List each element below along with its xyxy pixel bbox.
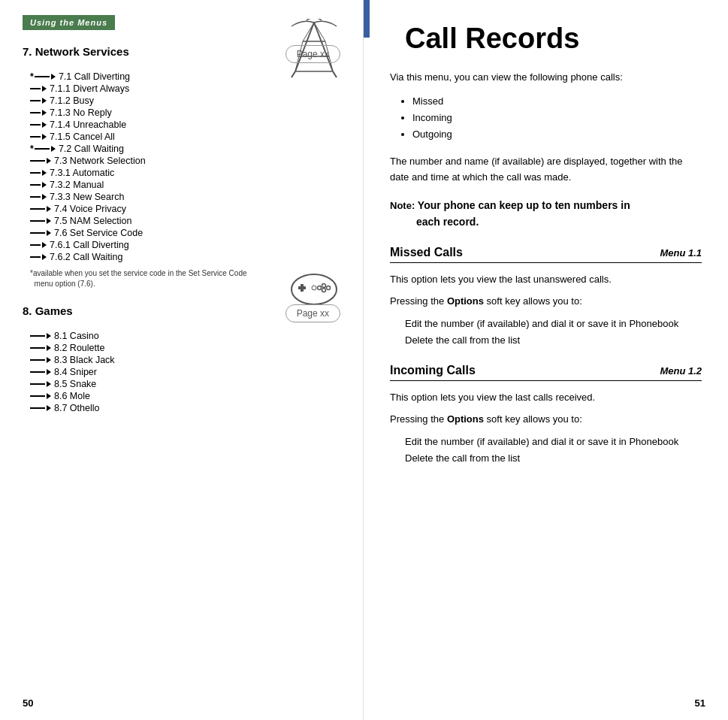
section8: 8. Games Page xx 8.1 Casino [23, 304, 340, 415]
call-type-outgoing: Outgoing [412, 126, 702, 143]
menu-label: 8.6 Mole [54, 391, 90, 401]
menu-label: 7.3.2 Manual [50, 180, 104, 190]
hline [30, 124, 41, 126]
section7-page-badge: Page xx [285, 45, 340, 63]
hline [30, 407, 45, 409]
hline [30, 359, 45, 361]
arrow [47, 333, 51, 339]
hline [35, 76, 50, 77]
missed-calls-text1: This option lets you view the last unans… [390, 272, 702, 288]
menu-label: 7.1.1 Divert Always [50, 83, 129, 94]
call-types-list: Missed Incoming Outgoing [412, 93, 702, 143]
menu-label: 7.6.2 Call Waiting [50, 252, 123, 262]
menu-label-7-5: 7.5 NAM Selection [54, 216, 132, 226]
missed-calls-sub-list: Edit the number (if available) and dial … [405, 316, 702, 349]
incoming-calls-sub-list: Edit the number (if available) and dial … [405, 434, 702, 467]
section7-menu: * 7.1 Call Diverting 7.1.1 Divert Always… [30, 71, 340, 262]
menu-label-7-6: 7.6 Set Service Code [54, 228, 143, 238]
arrow [47, 369, 51, 375]
menu-item-8-7: 8.7 Othello [30, 403, 340, 413]
svg-point-20 [312, 286, 316, 290]
menu-item-8-1: 8.1 Casino [30, 331, 340, 341]
menu-label-7-2: 7.2 Call Waiting [59, 144, 124, 154]
call-type-missed: Missed [412, 93, 702, 110]
arrow [42, 194, 47, 200]
svg-rect-15 [301, 284, 304, 292]
hline [30, 383, 45, 385]
arrow [42, 254, 47, 260]
menu-item-7-6: 7.6 Set Service Code [30, 228, 340, 238]
star-7-1: * [30, 71, 34, 82]
menu-item-7-1-3: 7.1.3 No Reply [30, 107, 340, 118]
hline [30, 220, 45, 222]
arrow [47, 218, 51, 224]
arrow [42, 242, 47, 248]
incoming-calls-text1: This option lets you view the last calls… [390, 390, 702, 406]
options-bold-missed: Options [447, 295, 484, 307]
svg-point-19 [318, 286, 322, 290]
menu-item-7-6-1: 7.6.1 Call Diverting [30, 240, 340, 250]
menu-label: 7.1.4 Unreachable [50, 119, 126, 130]
svg-point-16 [322, 284, 326, 288]
hline [30, 196, 41, 198]
arrow [42, 170, 47, 176]
note-block: Note: Your phone can keep up to ten numb… [390, 197, 702, 231]
list-item: Delete the call from the list [405, 450, 702, 467]
arrow [51, 146, 56, 152]
menu-label: 7.3.1 Automatic [50, 168, 114, 178]
hline [30, 347, 45, 349]
menu-item-7-1-1: 7.1.1 Divert Always [30, 83, 340, 94]
page-title: Call Records [390, 23, 702, 55]
hline [30, 88, 41, 89]
section8-page-badge: Page xx [285, 304, 340, 322]
menu-label-7-1: 7.1 Call Diverting [59, 71, 130, 82]
hline [30, 160, 45, 162]
hline [30, 395, 45, 397]
incoming-calls-menu: Menu 1.2 [660, 365, 702, 377]
menu-label: 7.1.5 Cancel All [50, 132, 115, 142]
arrow [42, 122, 47, 128]
menu-item-7-3-3: 7.3.3 New Search [30, 192, 340, 202]
menu-item-8-3: 8.3 Black Jack [30, 355, 340, 365]
star-7-2: * [30, 144, 34, 154]
menu-label: 8.4 Sniper [54, 367, 97, 377]
missed-calls-header: Missed Calls Menu 1.1 [390, 246, 702, 263]
section8-title: 8. Games [23, 304, 73, 317]
description-text: The number and name (if available) are d… [390, 154, 702, 186]
list-item: Delete the call from the list [405, 332, 702, 349]
hline [30, 256, 41, 258]
hline [30, 112, 41, 113]
section7: 7. Network Services Page xx [23, 45, 340, 289]
right-page: Call Records Via this menu, you can view… [364, 0, 728, 720]
section7-title: 7. Network Services [23, 45, 129, 58]
hline [30, 244, 41, 246]
menu-item-7-1: * 7.1 Call Diverting [30, 71, 288, 82]
menu-item-8-5: 8.5 Snake [30, 379, 340, 389]
arrow [42, 182, 47, 188]
hline [30, 371, 45, 373]
menu-item-7-4: 7.4 Voice Privacy [30, 204, 340, 214]
page-number-left: 50 [23, 697, 33, 709]
arrow [47, 357, 51, 363]
section8-menu: 8.1 Casino 8.2 Roulette 8.3 Black Jack 8… [30, 331, 340, 413]
menu-item-8-4: 8.4 Sniper [30, 367, 340, 377]
menu-item-7-3: 7.3 Network Selection [30, 156, 340, 166]
hline [30, 172, 41, 174]
menu-item-7-3-1: 7.3.1 Automatic [30, 168, 340, 178]
svg-point-17 [327, 286, 331, 290]
menu-label: 8.7 Othello [54, 403, 99, 413]
page-number-right: 51 [695, 697, 705, 709]
arrow [47, 381, 51, 387]
list-item: Edit the number (if available) and dial … [405, 434, 702, 450]
hline [30, 208, 45, 210]
arrow [47, 206, 51, 212]
list-item: Edit the number (if available) and dial … [405, 316, 702, 332]
arrow [51, 74, 56, 80]
menu-label: 7.6.1 Call Diverting [50, 240, 129, 250]
arrow [47, 393, 51, 399]
hline [30, 184, 41, 186]
hline [30, 335, 45, 337]
menu-item-7-6-2: 7.6.2 Call Waiting [30, 252, 340, 262]
hline [35, 148, 50, 150]
menu-item-8-2: 8.2 Roulette [30, 343, 340, 353]
